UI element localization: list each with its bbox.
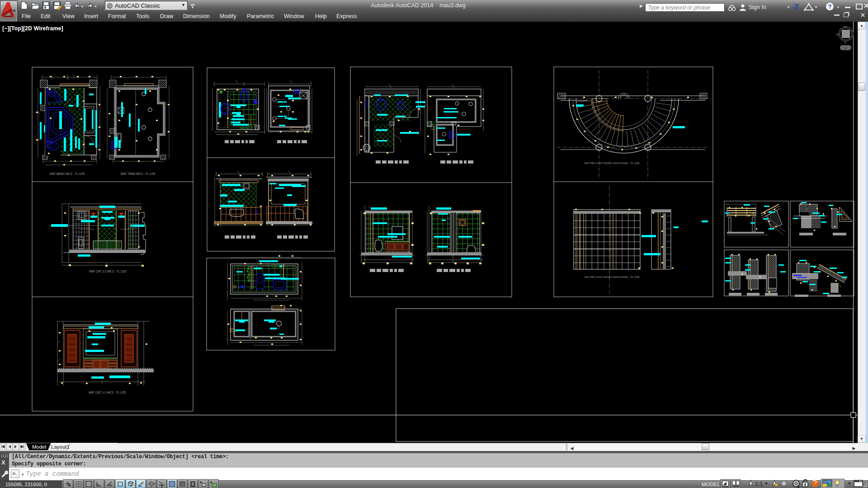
svg-text:BAN VE: BAN VE [241, 127, 249, 129]
svg-text:Layout1: Layout1 [51, 444, 70, 450]
svg-text:CHI TIET A-02 TUONG GACH KINH: CHI TIET A-02 TUONG GACH KINH - TL 1/25 [584, 276, 640, 278]
svg-text:Model: Model [32, 444, 46, 450]
svg-text:MAT BANG WC2 - TL 1/25: MAT BANG WC2 - TL 1/25 [50, 172, 85, 175]
svg-text:W: W [836, 33, 840, 37]
svg-text:MAT CAT 1-1 WC2 - TL 1/25: MAT CAT 1-1 WC2 - TL 1/25 [89, 391, 126, 394]
svg-text:CHI TIET A-02 TUONG GACH KINH: CHI TIET A-02 TUONG GACH KINH - TL 1/25 [584, 162, 640, 164]
svg-text:MAT CAT 2-2 WC2 - TL 1/25: MAT CAT 2-2 WC2 - TL 1/25 [89, 270, 127, 273]
svg-text:X: X [1, 459, 5, 466]
svg-text:N: N [844, 25, 847, 29]
svg-text:MAT TRAN WC2 - TL 1/25: MAT TRAN WC2 - TL 1/25 [121, 172, 156, 175]
svg-text:1:1: 1:1 [755, 481, 763, 487]
svg-text:S: S [844, 41, 847, 45]
